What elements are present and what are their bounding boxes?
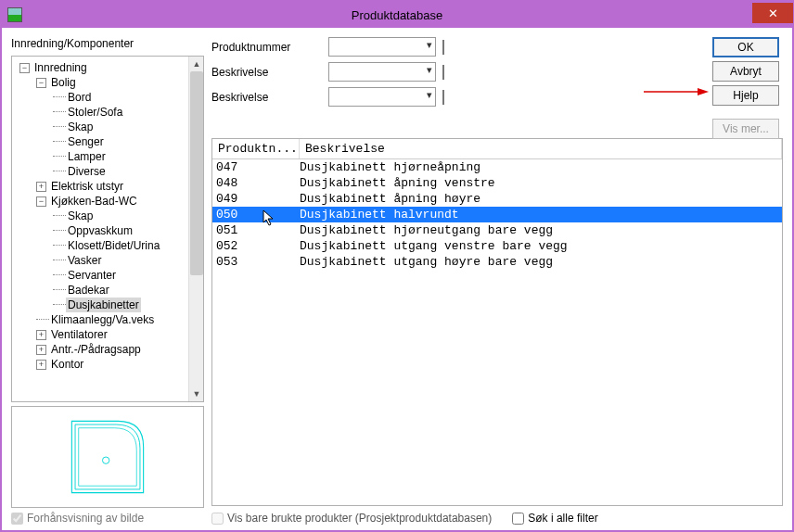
app-icon (7, 7, 22, 22)
search-all-checkbox[interactable]: Søk i alle filter (512, 512, 597, 525)
tree-item-label: Skap (66, 209, 95, 223)
tree-item-label: Dusjkabinetter (66, 298, 141, 312)
tree-item-label: Bolig (49, 75, 78, 90)
tree-item-label: Klosett/Bidet/Urina (66, 238, 161, 253)
table-row[interactable]: 049Dusjkabinett åpning høyre (212, 191, 782, 207)
tree-item[interactable]: Oppvaskkum (14, 223, 188, 238)
show-more-button[interactable]: Vis mer... (712, 119, 779, 139)
close-button[interactable]: ✕ (752, 3, 793, 23)
tree-item-label: Lamper (66, 149, 108, 164)
tree-item[interactable]: −Innredning (14, 60, 188, 75)
table-row[interactable]: 050Dusjkabinett halvrundt (212, 207, 782, 222)
description2-check[interactable] (442, 90, 444, 105)
tree-item[interactable]: Lamper (14, 149, 188, 164)
window-title: Produktdatabase (2, 8, 792, 22)
tree-item-label: Elektrisk utstyr (49, 179, 125, 194)
table-row[interactable]: 047Dusjkabinett hjørneåpning (212, 159, 782, 175)
header-product-number[interactable]: Produktn... (212, 139, 300, 158)
tree-item-label: Ventilatorer (49, 327, 109, 342)
used-only-label: Vis bare brukte produkter (Prosjektprodu… (227, 512, 492, 525)
svg-point-0 (102, 457, 109, 463)
product-table[interactable]: Produktn... Beskrivelse 047Dusjkabinett … (211, 138, 783, 506)
tree-item[interactable]: Stoler/Sofa (14, 105, 188, 120)
cell-product-number: 050 (212, 207, 300, 222)
description1-combo[interactable] (328, 62, 436, 82)
tree-item[interactable]: Badekar (14, 283, 188, 298)
used-only-input[interactable] (211, 513, 224, 525)
tree-label: Innredning/Komponenter (11, 37, 204, 50)
scroll-thumb[interactable] (190, 71, 203, 275)
tree-item-label: Servanter (66, 268, 118, 283)
used-only-checkbox[interactable]: Vis bare brukte produkter (Prosjektprodu… (211, 512, 492, 525)
tree-item[interactable]: Dusjkabinetter (14, 298, 188, 312)
collapse-icon[interactable]: − (36, 78, 46, 88)
tree-item[interactable]: −Kjøkken-Bad-WC (14, 194, 188, 209)
table-row[interactable]: 048Dusjkabinett åpning venstre (212, 175, 782, 191)
cell-description: Dusjkabinett utgang høyre bare vegg (300, 254, 782, 270)
product-number-check[interactable] (442, 40, 444, 55)
preview-checkbox-label: Forhånsvisning av bilde (27, 512, 144, 525)
tree-item[interactable]: Skap (14, 120, 188, 134)
preview-checkbox[interactable]: Forhånsvisning av bilde (11, 512, 204, 525)
description2-combo[interactable] (328, 87, 436, 107)
dialog-content: Innredning/Komponenter −Innredning−Bolig… (2, 28, 792, 530)
tree-item[interactable]: Vasker (14, 253, 188, 268)
tree-item[interactable]: +Ventilatorer (14, 327, 188, 342)
right-column: Produktnummer Beskrivelse Beskrivelse Pr… (211, 37, 783, 525)
cell-description: Dusjkabinett utgang venstre bare vegg (300, 238, 782, 254)
preview-panel (11, 406, 204, 508)
cell-description: Dusjkabinett åpning venstre (300, 175, 782, 191)
titlebar: Produktdatabase ✕ (2, 2, 792, 28)
table-row[interactable]: 053Dusjkabinett utgang høyre bare vegg (212, 254, 782, 270)
expand-icon[interactable]: + (36, 182, 46, 192)
tree-item[interactable]: Servanter (14, 268, 188, 283)
cell-product-number: 053 (212, 254, 300, 270)
cell-description: Dusjkabinett åpning høyre (300, 191, 782, 207)
tree-item-label: Senger (66, 134, 106, 149)
expand-icon[interactable]: + (36, 330, 46, 340)
search-all-input[interactable] (512, 513, 524, 525)
table-row[interactable]: 052Dusjkabinett utgang venstre bare vegg (212, 238, 782, 254)
product-number-combo[interactable] (328, 37, 436, 57)
tree-item[interactable]: Bord (14, 90, 188, 105)
tree-item[interactable]: +Kontor (14, 357, 188, 372)
cell-product-number: 052 (212, 238, 300, 254)
tree-item[interactable]: −Bolig (14, 75, 188, 90)
cell-description: Dusjkabinett hjørneutgang bare vegg (300, 222, 782, 238)
cell-product-number: 049 (212, 191, 300, 207)
collapse-icon[interactable]: − (19, 63, 30, 73)
tree-item-label: Vasker (66, 253, 103, 268)
ok-button[interactable]: OK (712, 37, 779, 57)
cell-product-number: 047 (212, 159, 300, 175)
cancel-button[interactable]: Avbryt (712, 61, 779, 82)
preview-checkbox-input[interactable] (11, 513, 23, 525)
table-body: 047Dusjkabinett hjørneåpning048Dusjkabin… (212, 159, 782, 505)
description1-check[interactable] (442, 65, 444, 80)
preview-image (61, 414, 154, 500)
scroll-up-icon[interactable]: ▲ (189, 57, 204, 71)
tree-item-label: Klimaanlegg/Va.veks (49, 312, 156, 327)
tree-item[interactable]: +Antr.-/Pådragsapp (14, 342, 188, 357)
filter-form: Produktnummer Beskrivelse Beskrivelse (211, 37, 783, 107)
table-row[interactable]: 051Dusjkabinett hjørneutgang bare vegg (212, 222, 782, 238)
collapse-icon[interactable]: − (36, 196, 46, 207)
expand-icon[interactable]: + (36, 345, 46, 355)
tree-item[interactable]: +Elektrisk utstyr (14, 179, 188, 194)
expand-icon[interactable]: + (36, 360, 46, 370)
category-tree[interactable]: −Innredning−BoligBordStoler/SofaSkapSeng… (11, 56, 204, 402)
help-button[interactable]: Hjelp (712, 85, 779, 106)
bottom-options: Vis bare brukte produkter (Prosjektprodu… (211, 506, 783, 525)
header-description[interactable]: Beskrivelse (300, 139, 782, 158)
tree-item-label: Oppvaskkum (66, 223, 134, 238)
tree-item[interactable]: Klosett/Bidet/Urina (14, 238, 188, 253)
description1-label: Beskrivelse (211, 66, 325, 79)
tree-item[interactable]: Skap (14, 209, 188, 223)
left-column: Innredning/Komponenter −Innredning−Bolig… (11, 37, 204, 525)
tree-item-label: Skap (66, 120, 95, 134)
tree-item[interactable]: Diverse (14, 164, 188, 179)
cell-description: Dusjkabinett halvrundt (300, 207, 782, 222)
scroll-down-icon[interactable]: ▼ (189, 386, 204, 401)
tree-scrollbar[interactable]: ▲ ▼ (188, 57, 203, 401)
tree-item[interactable]: Klimaanlegg/Va.veks (14, 312, 188, 327)
tree-item[interactable]: Senger (14, 134, 188, 149)
